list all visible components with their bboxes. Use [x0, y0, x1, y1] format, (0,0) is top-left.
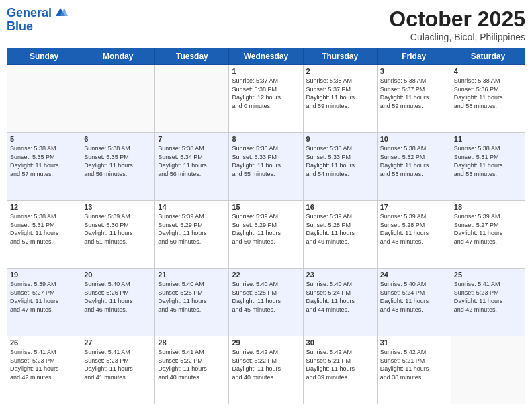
table-row: 25Sunrise: 5:41 AM Sunset: 5:23 PM Dayli…: [451, 269, 525, 336]
table-row: 31Sunrise: 5:42 AM Sunset: 5:21 PM Dayli…: [377, 336, 451, 404]
table-row: 24Sunrise: 5:40 AM Sunset: 5:24 PM Dayli…: [377, 269, 451, 336]
day-info: Sunrise: 5:38 AM Sunset: 5:37 PM Dayligh…: [306, 77, 374, 110]
day-number: 14: [158, 203, 226, 211]
day-number: 9: [306, 135, 374, 143]
table-row: 7Sunrise: 5:38 AM Sunset: 5:34 PM Daylig…: [155, 133, 229, 201]
day-number: 29: [232, 338, 300, 347]
day-info: Sunrise: 5:38 AM Sunset: 5:35 PM Dayligh…: [84, 144, 152, 178]
title-section: October 2025 Culacling, Bicol, Philippin…: [389, 7, 525, 42]
table-row: 6Sunrise: 5:38 AM Sunset: 5:35 PM Daylig…: [81, 133, 155, 201]
day-number: 5: [10, 135, 78, 143]
day-info: Sunrise: 5:39 AM Sunset: 5:30 PM Dayligh…: [84, 212, 152, 246]
day-number: 8: [232, 135, 300, 143]
calendar-week-5: 26Sunrise: 5:41 AM Sunset: 5:23 PM Dayli…: [7, 336, 525, 404]
day-number: 24: [380, 271, 448, 279]
day-info: Sunrise: 5:42 AM Sunset: 5:21 PM Dayligh…: [306, 348, 374, 381]
day-info: Sunrise: 5:39 AM Sunset: 5:28 PM Dayligh…: [306, 212, 374, 246]
day-info: Sunrise: 5:37 AM Sunset: 5:38 PM Dayligh…: [232, 77, 300, 110]
table-row: 30Sunrise: 5:42 AM Sunset: 5:21 PM Dayli…: [303, 336, 377, 404]
day-number: 6: [84, 135, 152, 143]
day-info: Sunrise: 5:38 AM Sunset: 5:31 PM Dayligh…: [10, 212, 78, 246]
day-number: 28: [158, 338, 226, 347]
day-number: 2: [306, 67, 374, 75]
day-number: 22: [232, 271, 300, 279]
day-info: Sunrise: 5:41 AM Sunset: 5:23 PM Dayligh…: [84, 348, 152, 381]
day-number: 11: [454, 135, 522, 143]
table-row: 26Sunrise: 5:41 AM Sunset: 5:23 PM Dayli…: [7, 336, 81, 404]
day-info: Sunrise: 5:39 AM Sunset: 5:27 PM Dayligh…: [10, 280, 78, 314]
logo: General Blue: [7, 7, 68, 34]
day-info: Sunrise: 5:41 AM Sunset: 5:23 PM Dayligh…: [10, 348, 78, 381]
table-row: 20Sunrise: 5:40 AM Sunset: 5:26 PM Dayli…: [81, 269, 155, 336]
logo-blue: Blue: [7, 20, 68, 34]
col-thursday: Thursday: [303, 48, 377, 65]
col-wednesday: Wednesday: [229, 48, 303, 65]
day-info: Sunrise: 5:41 AM Sunset: 5:23 PM Dayligh…: [454, 280, 522, 314]
calendar-week-2: 5Sunrise: 5:38 AM Sunset: 5:35 PM Daylig…: [7, 133, 525, 201]
day-info: Sunrise: 5:40 AM Sunset: 5:26 PM Dayligh…: [84, 280, 152, 314]
day-info: Sunrise: 5:38 AM Sunset: 5:35 PM Dayligh…: [10, 144, 78, 178]
day-number: 4: [454, 67, 522, 75]
day-number: 30: [306, 338, 374, 347]
day-number: 21: [158, 271, 226, 279]
day-number: 15: [232, 203, 300, 211]
day-number: 20: [84, 271, 152, 279]
table-row: 13Sunrise: 5:39 AM Sunset: 5:30 PM Dayli…: [81, 201, 155, 269]
logo-icon: [53, 7, 68, 19]
col-tuesday: Tuesday: [155, 48, 229, 65]
day-number: 7: [158, 135, 226, 143]
table-row: 27Sunrise: 5:41 AM Sunset: 5:23 PM Dayli…: [81, 336, 155, 404]
day-number: 3: [380, 67, 448, 75]
table-row: 17Sunrise: 5:39 AM Sunset: 5:28 PM Dayli…: [377, 201, 451, 269]
col-sunday: Sunday: [7, 48, 81, 65]
table-row: 10Sunrise: 5:38 AM Sunset: 5:32 PM Dayli…: [377, 133, 451, 201]
table-row: 3Sunrise: 5:38 AM Sunset: 5:37 PM Daylig…: [377, 65, 451, 133]
calendar-table: Sunday Monday Tuesday Wednesday Thursday…: [7, 48, 525, 404]
day-info: Sunrise: 5:39 AM Sunset: 5:29 PM Dayligh…: [232, 212, 300, 246]
day-info: Sunrise: 5:42 AM Sunset: 5:21 PM Dayligh…: [380, 348, 448, 381]
calendar-header-row: Sunday Monday Tuesday Wednesday Thursday…: [7, 48, 525, 65]
table-row: 8Sunrise: 5:38 AM Sunset: 5:33 PM Daylig…: [229, 133, 303, 201]
table-row: 2Sunrise: 5:38 AM Sunset: 5:37 PM Daylig…: [303, 65, 377, 133]
table-row: [155, 65, 229, 133]
day-info: Sunrise: 5:38 AM Sunset: 5:32 PM Dayligh…: [380, 144, 448, 178]
table-row: 18Sunrise: 5:39 AM Sunset: 5:27 PM Dayli…: [451, 201, 525, 269]
day-number: 16: [306, 203, 374, 211]
day-number: 31: [380, 338, 448, 347]
table-row: 1Sunrise: 5:37 AM Sunset: 5:38 PM Daylig…: [229, 65, 303, 133]
day-info: Sunrise: 5:40 AM Sunset: 5:25 PM Dayligh…: [158, 280, 226, 314]
logo-general: General: [7, 7, 52, 20]
day-number: 26: [10, 338, 78, 347]
calendar-week-1: 1Sunrise: 5:37 AM Sunset: 5:38 PM Daylig…: [7, 65, 525, 133]
day-info: Sunrise: 5:41 AM Sunset: 5:22 PM Dayligh…: [158, 348, 226, 381]
day-number: 12: [10, 203, 78, 211]
calendar-week-4: 19Sunrise: 5:39 AM Sunset: 5:27 PM Dayli…: [7, 269, 525, 336]
day-info: Sunrise: 5:38 AM Sunset: 5:34 PM Dayligh…: [158, 144, 226, 178]
table-row: 11Sunrise: 5:38 AM Sunset: 5:31 PM Dayli…: [451, 133, 525, 201]
page: General Blue October 2025 Culacling, Bic…: [0, 0, 532, 411]
table-row: 29Sunrise: 5:42 AM Sunset: 5:22 PM Dayli…: [229, 336, 303, 404]
table-row: [7, 65, 81, 133]
day-number: 27: [84, 338, 152, 347]
day-info: Sunrise: 5:38 AM Sunset: 5:36 PM Dayligh…: [454, 77, 522, 110]
day-info: Sunrise: 5:40 AM Sunset: 5:24 PM Dayligh…: [380, 280, 448, 314]
day-number: 23: [306, 271, 374, 279]
table-row: 4Sunrise: 5:38 AM Sunset: 5:36 PM Daylig…: [451, 65, 525, 133]
day-number: 18: [454, 203, 522, 211]
table-row: 23Sunrise: 5:40 AM Sunset: 5:24 PM Dayli…: [303, 269, 377, 336]
table-row: [81, 65, 155, 133]
table-row: 14Sunrise: 5:39 AM Sunset: 5:29 PM Dayli…: [155, 201, 229, 269]
month-title: October 2025: [389, 7, 525, 32]
day-info: Sunrise: 5:39 AM Sunset: 5:28 PM Dayligh…: [380, 212, 448, 246]
day-number: 17: [380, 203, 448, 211]
day-info: Sunrise: 5:39 AM Sunset: 5:27 PM Dayligh…: [454, 212, 522, 246]
day-number: 25: [454, 271, 522, 279]
table-row: 5Sunrise: 5:38 AM Sunset: 5:35 PM Daylig…: [7, 133, 81, 201]
col-friday: Friday: [377, 48, 451, 65]
day-info: Sunrise: 5:38 AM Sunset: 5:31 PM Dayligh…: [454, 144, 522, 178]
day-number: 1: [232, 67, 300, 75]
header: General Blue October 2025 Culacling, Bic…: [7, 7, 525, 42]
col-saturday: Saturday: [451, 48, 525, 65]
table-row: 12Sunrise: 5:38 AM Sunset: 5:31 PM Dayli…: [7, 201, 81, 269]
day-info: Sunrise: 5:38 AM Sunset: 5:37 PM Dayligh…: [380, 77, 448, 110]
